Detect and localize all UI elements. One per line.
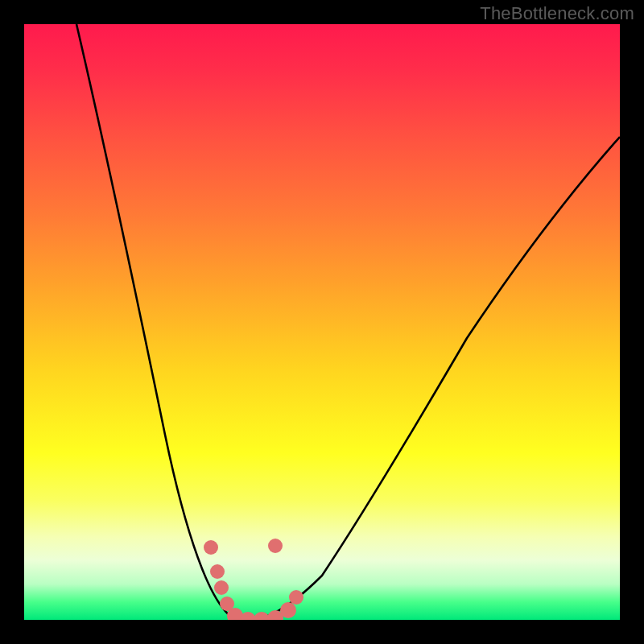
chart-frame: TheBottleneck.com [0, 0, 644, 644]
marker-dot [289, 590, 303, 605]
curve-layer [24, 24, 620, 620]
marker-dot [204, 540, 218, 555]
marker-dot [214, 580, 229, 595]
marker-dot [254, 612, 270, 620]
marker-dot [280, 602, 296, 618]
right-curve [250, 137, 620, 620]
marker-dot [268, 539, 283, 553]
left-curve [76, 24, 250, 620]
marker-cluster [204, 539, 303, 620]
plot-area [24, 24, 620, 620]
watermark-text: TheBottleneck.com [480, 3, 634, 24]
marker-dot [210, 564, 225, 579]
